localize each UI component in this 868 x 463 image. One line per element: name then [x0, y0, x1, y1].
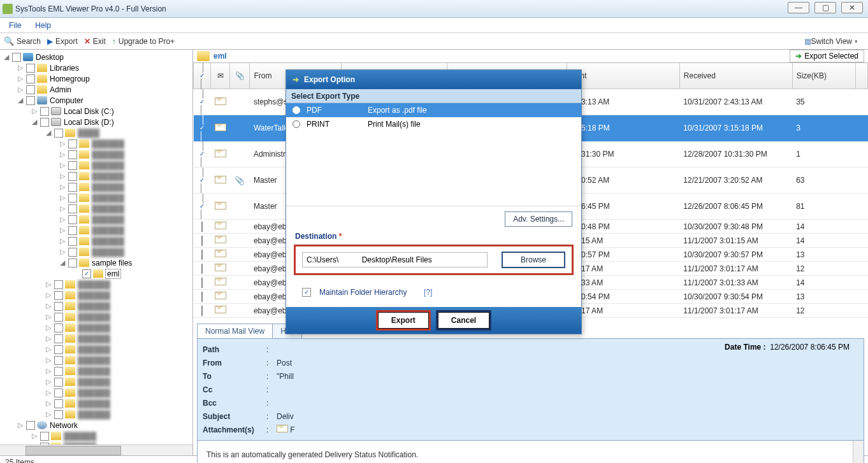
tree-libraries[interactable]: Libraries: [50, 64, 79, 73]
tree-item[interactable]: ▷██████: [0, 311, 193, 322]
adv-settings-button[interactable]: Adv. Settings...: [505, 211, 572, 227]
tree-expand-icon[interactable]: ▷: [17, 75, 24, 83]
tree-item[interactable]: ▷██████: [0, 301, 193, 311]
tree-expand-icon[interactable]: ▷: [17, 64, 24, 72]
row-checkbox[interactable]: [194, 89, 211, 115]
tree-collapse-icon[interactable]: ◢: [3, 53, 10, 61]
tree-checkbox[interactable]: [54, 129, 63, 138]
tree-sample-files[interactable]: sample files: [92, 259, 132, 267]
select-all-checkbox[interactable]: [194, 62, 210, 89]
tree-item[interactable]: ▷██████: [0, 431, 193, 441]
tree-eml[interactable]: eml: [106, 269, 120, 278]
tree-item[interactable]: ▷██████: [0, 214, 193, 225]
tree-checkbox[interactable]: [12, 53, 21, 62]
tree-item[interactable]: ▷██████: [0, 171, 193, 182]
row-checkbox[interactable]: [201, 306, 203, 316]
destination-input[interactable]: [302, 252, 488, 267]
tree-horizontal-scrollbar[interactable]: [0, 445, 192, 455]
maintain-hierarchy-checkbox[interactable]: [302, 288, 311, 297]
tree-network[interactable]: Network: [50, 421, 78, 430]
tree-item[interactable]: ▷██████: [0, 225, 193, 236]
body-vertical-scrollbar[interactable]: [853, 441, 864, 463]
export-selected-button[interactable]: ➜Export Selected: [790, 50, 864, 62]
tree-expand-icon[interactable]: ▷: [17, 85, 24, 94]
tree-item[interactable]: ▷██████: [0, 138, 193, 149]
tree-item[interactable]: ▷██████: [0, 246, 193, 257]
browse-button[interactable]: Browse: [502, 252, 565, 268]
tree-collapse-icon[interactable]: ◢: [45, 129, 52, 137]
tree-locald[interactable]: Local Disk (D:): [64, 118, 114, 127]
toolbar-upgrade[interactable]: ↑Upgrade to Pro+: [112, 37, 175, 46]
tree-expand-icon[interactable]: ▷: [31, 107, 38, 115]
menu-file[interactable]: File: [9, 21, 21, 30]
tree-checkbox[interactable]: [26, 75, 35, 83]
cancel-button[interactable]: Cancel: [438, 312, 489, 329]
row-checkbox[interactable]: [194, 115, 211, 141]
toolbar-search[interactable]: 🔍Search: [4, 36, 41, 46]
tree-item[interactable]: ▷██████: [0, 149, 193, 160]
tree-item[interactable]: ▷██████: [0, 409, 193, 420]
row-checkbox[interactable]: [201, 264, 203, 274]
row-checkbox[interactable]: [201, 236, 203, 246]
row-checkbox[interactable]: [201, 278, 203, 288]
tree-computer[interactable]: Computer: [50, 96, 83, 105]
tree-item[interactable]: ████: [78, 129, 99, 138]
column-size[interactable]: Size(KB): [792, 63, 855, 89]
tree-item[interactable]: ▷██████: [0, 279, 193, 290]
window-maximize-button[interactable]: ▢: [814, 2, 836, 13]
export-button[interactable]: Export: [378, 312, 429, 329]
row-checkbox[interactable]: [201, 222, 203, 232]
tree-item[interactable]: ▷██████: [0, 333, 193, 344]
tree-checkbox[interactable]: [26, 96, 35, 105]
toolbar-exit[interactable]: ✕Exit: [84, 37, 106, 46]
window-close-button[interactable]: ✕: [841, 2, 863, 13]
toolbar-export[interactable]: ▶Export: [47, 37, 78, 46]
tree-checkbox[interactable]: [40, 118, 49, 127]
tree-collapse-icon[interactable]: ◢: [31, 118, 38, 126]
tree-checkbox[interactable]: [40, 107, 49, 116]
tab-normal-mail-view[interactable]: Normal Mail View: [197, 324, 273, 338]
export-type-print[interactable]: PRINTPrint Mail(s) file: [286, 117, 581, 131]
export-type-pdf[interactable]: PDFExport as .pdf file: [286, 103, 581, 117]
tree-item[interactable]: ▷██████: [0, 322, 193, 333]
tree-admin[interactable]: Admin: [50, 85, 71, 94]
column-sent[interactable]: Sent: [567, 63, 679, 89]
tree-collapse-icon[interactable]: ◢: [17, 96, 24, 104]
column-mail-icon[interactable]: ✉: [210, 63, 230, 89]
tree-desktop[interactable]: Desktop: [36, 53, 64, 62]
help-link[interactable]: [?]: [424, 288, 432, 297]
tree-localc[interactable]: Local Disk (C:): [64, 107, 114, 116]
tree-item[interactable]: ▷██████: [0, 192, 193, 203]
row-checkbox[interactable]: [194, 194, 211, 220]
tree-checkbox[interactable]: [82, 269, 91, 278]
tree-item[interactable]: ▷██████: [0, 344, 193, 355]
column-checkbox[interactable]: [194, 63, 211, 89]
scrollbar-thumb[interactable]: [25, 446, 121, 455]
tree-item[interactable]: ▷██████: [0, 398, 193, 409]
tree-checkbox[interactable]: [26, 421, 35, 430]
tree-item[interactable]: ▷██████: [0, 203, 193, 214]
tree-checkbox[interactable]: [26, 85, 35, 94]
column-attachment[interactable]: 📎: [230, 63, 250, 89]
row-checkbox[interactable]: [201, 292, 203, 302]
row-checkbox[interactable]: [201, 250, 203, 260]
window-minimize-button[interactable]: —: [788, 2, 809, 13]
tree-item[interactable]: ▷██████: [0, 290, 193, 301]
column-received[interactable]: Received: [679, 63, 792, 89]
tree-collapse-icon[interactable]: ◢: [59, 259, 66, 267]
tree-checkbox[interactable]: [68, 259, 77, 267]
tree-homegroup[interactable]: Homegroup: [50, 75, 90, 83]
toolbar-switch-view[interactable]: ▦ Switch View ▾: [804, 37, 858, 46]
tree-expand-icon[interactable]: ▷: [17, 421, 24, 429]
tree-item[interactable]: ▷██████: [0, 236, 193, 246]
row-checkbox[interactable]: [194, 141, 211, 167]
tree-item[interactable]: ▷██████: [0, 366, 193, 376]
row-checkbox[interactable]: [194, 167, 211, 194]
tree-item[interactable]: ▷██████: [0, 182, 193, 192]
menu-help[interactable]: Help: [35, 21, 51, 30]
tree-item[interactable]: ▷██████: [0, 376, 193, 387]
tree-checkbox[interactable]: [26, 64, 35, 73]
tree-item[interactable]: ▷██████: [0, 160, 193, 171]
tree-item[interactable]: ▷██████: [0, 387, 193, 398]
tree-item[interactable]: ▷██████: [0, 355, 193, 366]
